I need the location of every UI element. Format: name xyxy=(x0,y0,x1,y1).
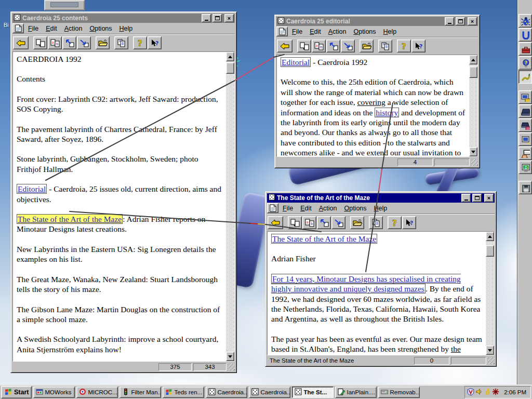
back-button[interactable] xyxy=(277,39,292,52)
menu-options[interactable]: Options xyxy=(340,204,370,212)
context-help-button[interactable]: ? xyxy=(411,39,425,52)
maximize-button[interactable] xyxy=(212,14,222,22)
menu-file[interactable]: File xyxy=(279,204,297,212)
person-tray-icon[interactable] xyxy=(484,388,491,396)
resize-grip[interactable] xyxy=(471,159,478,166)
scroll-thumb[interactable] xyxy=(226,62,234,74)
task-button-filterman[interactable]: Filter Man... xyxy=(119,387,161,398)
bulb-icon[interactable]: ? xyxy=(518,56,532,70)
copy-button[interactable] xyxy=(114,36,128,49)
close-button[interactable]: × xyxy=(224,14,234,22)
scroll-thumb[interactable] xyxy=(469,66,477,78)
laptop-disk-icon[interactable] xyxy=(518,118,532,132)
hyperlink[interactable]: history xyxy=(375,108,399,117)
context-help-button[interactable]: ? xyxy=(148,36,162,49)
menu-edit[interactable]: Edit xyxy=(297,204,315,212)
pc-disk-icon[interactable] xyxy=(518,90,532,104)
copy-button[interactable] xyxy=(378,39,392,52)
bug-icon[interactable] xyxy=(518,14,532,28)
open-document-button[interactable] xyxy=(96,36,110,49)
monitor-green-icon[interactable]: D xyxy=(518,161,532,174)
task-button-ianplain[interactable]: IanPlain.... xyxy=(335,387,377,398)
task-button-microc[interactable]: MICROC... xyxy=(76,387,118,398)
close-button[interactable]: × xyxy=(468,17,477,25)
hand-card-icon[interactable] xyxy=(518,147,532,160)
hyperlink[interactable]: The State of the Art of the Maze xyxy=(271,234,377,244)
flower-tray-icon[interactable] xyxy=(492,388,499,396)
speaker-tray-icon[interactable] xyxy=(475,388,483,396)
menu-help[interactable]: Help xyxy=(116,24,137,33)
start-button[interactable]: Start xyxy=(1,386,32,398)
task-button-caerdroia[interactable]: Caerdroia... xyxy=(249,387,290,398)
task-button-moworks[interactable]: MOWorks xyxy=(33,387,75,398)
minimize-button[interactable] xyxy=(202,14,211,22)
copy-button[interactable] xyxy=(369,216,383,229)
open-document-button[interactable] xyxy=(350,216,364,229)
hyperlink[interactable]: Editorial xyxy=(281,57,311,67)
scroll-up-button[interactable] xyxy=(486,232,494,241)
task-button-removab[interactable]: Removab... xyxy=(378,387,420,398)
help-button[interactable]: ? xyxy=(397,39,411,52)
minimize-button[interactable] xyxy=(445,17,454,25)
back-button[interactable] xyxy=(268,216,283,229)
highlighted-hyperlink[interactable]: The State of the Art of the Maze xyxy=(17,214,123,224)
monitor-star-icon[interactable] xyxy=(518,132,532,146)
make-link-button[interactable] xyxy=(77,36,91,49)
context-help-button[interactable]: ? xyxy=(402,216,416,229)
copy-pages-button[interactable] xyxy=(288,216,302,229)
menu-edit[interactable]: Edit xyxy=(306,28,325,36)
floppy-icon[interactable] xyxy=(518,181,532,194)
scroll-track[interactable] xyxy=(486,241,494,345)
document-page-icon[interactable] xyxy=(276,26,288,36)
follow-link-button[interactable] xyxy=(317,216,331,229)
scroll-down-button[interactable] xyxy=(486,345,494,355)
menu-help[interactable]: Help xyxy=(380,28,401,36)
replace-pages-button[interactable]: ab xyxy=(302,216,316,229)
replace-pages-button[interactable]: ab xyxy=(48,36,62,49)
toolbox-icon[interactable] xyxy=(518,42,532,56)
replace-pages-button[interactable]: ab xyxy=(312,39,326,52)
back-button[interactable] xyxy=(13,36,29,49)
hyperlink[interactable]: Editorial xyxy=(17,184,47,194)
copy-pages-button[interactable] xyxy=(33,36,47,49)
laptop-icon[interactable] xyxy=(518,104,532,118)
maximize-button[interactable] xyxy=(472,194,482,202)
menu-help[interactable]: Help xyxy=(370,204,391,212)
menu-action[interactable]: Action xyxy=(315,204,341,212)
maximize-button[interactable] xyxy=(456,17,465,25)
scroll-down-button[interactable] xyxy=(469,147,477,156)
task-button-caerdroia[interactable]: Caerdroia... xyxy=(206,387,247,398)
vertical-scrollbar[interactable] xyxy=(486,232,494,355)
resize-grip[interactable] xyxy=(488,357,495,364)
close-button[interactable]: × xyxy=(484,194,494,202)
minimize-button[interactable] xyxy=(461,194,471,202)
menu-action[interactable]: Action xyxy=(325,28,350,36)
title-bar[interactable]: Caerdroia 25 contents × xyxy=(12,14,235,23)
copy-pages-button[interactable] xyxy=(297,39,311,52)
follow-link-button[interactable] xyxy=(326,39,340,52)
open-document-button[interactable] xyxy=(360,39,374,52)
task-button-thest[interactable]: The St... xyxy=(292,387,334,398)
vertical-scrollbar[interactable] xyxy=(226,52,234,361)
document-page-icon[interactable] xyxy=(12,23,24,33)
help-button[interactable]: ? xyxy=(388,216,402,229)
menu-file[interactable]: File xyxy=(24,24,42,33)
scroll-down-button[interactable] xyxy=(226,352,234,361)
title-bar[interactable]: The State of the Art of the Maze × xyxy=(267,193,495,203)
scroll-track[interactable] xyxy=(226,61,234,352)
make-link-button[interactable] xyxy=(341,39,355,52)
scroll-up-button[interactable] xyxy=(469,55,477,64)
menu-edit[interactable]: Edit xyxy=(42,24,61,33)
spring-icon[interactable] xyxy=(518,28,532,42)
make-link-button[interactable] xyxy=(331,216,345,229)
task-button-tedsren[interactable]: Teds ren... xyxy=(163,387,204,398)
document-page-icon[interactable] xyxy=(267,203,278,213)
help-button[interactable]: ? xyxy=(133,36,147,49)
scroll-track[interactable] xyxy=(469,64,477,147)
menu-options[interactable]: Options xyxy=(350,28,379,36)
menu-options[interactable]: Options xyxy=(86,24,115,33)
vertical-scrollbar[interactable] xyxy=(469,55,477,156)
title-bar[interactable]: Caerdroia 25 editorial × xyxy=(276,17,478,26)
scroll-up-button[interactable] xyxy=(226,52,234,61)
follow-link-button[interactable] xyxy=(62,36,76,49)
